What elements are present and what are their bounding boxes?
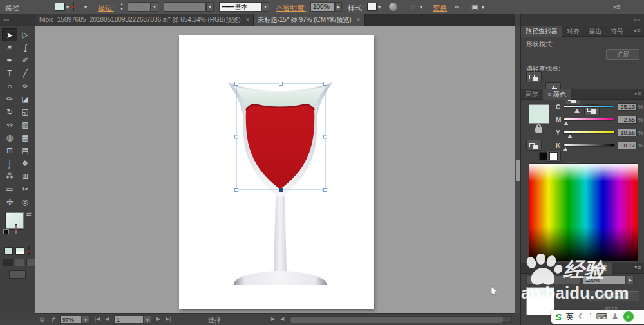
make-mask-button[interactable]: 制作蒙版 xyxy=(589,291,639,301)
punctuation-toggle[interactable]: ’ xyxy=(590,312,592,321)
transparency-opacity-field[interactable]: 100% xyxy=(583,275,625,284)
screen-mode-button[interactable] xyxy=(9,270,26,279)
blend-tool[interactable]: ❖ xyxy=(17,157,33,170)
swap-fill-stroke-icon[interactable]: ⇄ xyxy=(26,211,32,218)
color-spectrum[interactable] xyxy=(529,163,638,261)
opacity-field-arrow[interactable]: ▶ xyxy=(335,2,342,12)
pen-tool[interactable]: ✒ xyxy=(2,54,17,67)
tab-brushes[interactable]: 画笔 xyxy=(521,89,543,100)
artboard-dropdown-arrow[interactable]: ▾ xyxy=(144,315,151,324)
opacity-field[interactable]: 100% xyxy=(310,2,335,12)
sogou-logo-icon[interactable]: S xyxy=(555,311,562,322)
panel-menu-icon[interactable]: ▾≣ xyxy=(634,263,644,270)
transparency-opacity-arrow[interactable]: ▶ xyxy=(627,275,634,284)
opacity-mask-dropdown-icon[interactable]: ▾ xyxy=(420,5,422,10)
brush-dropdown-arrow[interactable]: ▾ xyxy=(261,2,269,12)
eraser-tool[interactable]: ◪ xyxy=(17,93,33,106)
keyboard-icon[interactable]: ⌨ xyxy=(596,312,607,321)
slice-tool[interactable]: ✂ xyxy=(17,183,33,196)
slider-thumb[interactable] xyxy=(564,122,569,125)
ime-settings-icon[interactable]: ⌕ xyxy=(623,311,634,322)
channel-y-slider[interactable] xyxy=(564,131,615,134)
slider-thumb[interactable] xyxy=(574,109,580,113)
document-tab-active[interactable]: 未标题-15* @ 97% (CMYK/预览)× xyxy=(254,14,365,26)
stroke-weight-dropdown[interactable] xyxy=(128,2,151,12)
brush-definition-dropdown[interactable]: —— 基本 xyxy=(219,2,261,12)
arrange-icon[interactable]: ▣ xyxy=(471,3,478,11)
stroke-link[interactable]: 描边: xyxy=(98,3,114,13)
transform-link[interactable]: 变换 xyxy=(433,3,447,13)
stroke-proxy-swatch[interactable] xyxy=(15,225,17,234)
direct-selection-tool[interactable]: ▷ xyxy=(17,28,33,41)
channel-c-value[interactable]: 25.13 xyxy=(618,103,637,111)
symbol-sprayer-tool[interactable]: ⁂ xyxy=(2,170,17,183)
type-tool[interactable]: T xyxy=(2,67,17,80)
export-icon[interactable]: ↱ xyxy=(51,316,56,323)
hscroll-right-arrow[interactable]: ▶ xyxy=(271,316,275,322)
expand-button[interactable]: 扩展 xyxy=(606,49,639,60)
zoom-tool[interactable]: ◎ xyxy=(17,196,33,209)
channel-m-value[interactable]: 2.65 xyxy=(618,116,637,124)
stroke-weight-stepper[interactable]: ▴▾ xyxy=(118,1,125,12)
opacity-link[interactable]: 不透明度: xyxy=(276,3,306,13)
stroke-weight-dropdown-arrow[interactable]: ▾ xyxy=(151,2,158,12)
gradient-tool[interactable]: ▤ xyxy=(17,144,33,157)
prev-page-icon[interactable]: ◀ xyxy=(105,316,109,322)
close-tab-icon[interactable]: × xyxy=(246,16,250,23)
divide-icon[interactable] xyxy=(526,140,542,151)
current-color-swatch[interactable] xyxy=(529,104,549,124)
tab-transparency[interactable]: ○ 透明度 xyxy=(578,263,612,274)
hscroll-left-arrow[interactable]: ◀ xyxy=(280,316,284,322)
panel-menu-icon[interactable]: ▾≣ xyxy=(634,89,644,97)
selection-tool[interactable]: ➤ xyxy=(2,28,17,41)
align-icon[interactable]: ⌖ xyxy=(455,3,459,12)
first-page-icon[interactable]: |◀ xyxy=(95,316,100,322)
horizontal-scrollbar-thumb[interactable] xyxy=(290,317,503,323)
wine-glass-artwork[interactable] xyxy=(179,35,374,309)
draw-normal-icon[interactable] xyxy=(3,259,13,266)
black-swatch[interactable] xyxy=(539,152,547,160)
zoom-level-field[interactable]: 97% xyxy=(60,315,82,324)
slider-thumb[interactable] xyxy=(567,135,573,138)
arrange-dropdown-icon[interactable]: ▾ xyxy=(482,5,484,10)
collapse-tools-icon[interactable]: «« xyxy=(3,17,10,23)
panel-menu-icon[interactable]: ▾≣ xyxy=(634,26,644,33)
width-profile-dropdown-arrow[interactable]: ▾ xyxy=(206,2,214,12)
shape-builder-tool[interactable]: ◍ xyxy=(2,131,17,144)
artboard[interactable] xyxy=(179,35,374,309)
channel-c-slider[interactable] xyxy=(564,105,615,108)
none-mode-icon[interactable] xyxy=(28,246,30,255)
ellipse-tool[interactable]: ○ xyxy=(2,80,17,93)
collapse-dock-icon[interactable]: »» xyxy=(634,17,640,23)
slider-thumb[interactable] xyxy=(563,147,568,151)
color-mode-icon[interactable] xyxy=(4,247,13,255)
stroke-color-swatch[interactable] xyxy=(73,2,74,11)
tools-panel-header[interactable]: «« xyxy=(0,14,35,26)
hand-tool[interactable]: ✣ xyxy=(2,196,17,209)
object-thumbnail[interactable] xyxy=(526,287,554,315)
channel-k-slider[interactable] xyxy=(564,144,615,147)
rotate-tool[interactable]: ↻ xyxy=(2,106,17,118)
channel-k-value[interactable]: 0.17 xyxy=(618,142,637,149)
free-transform-tool[interactable]: ▧ xyxy=(17,118,33,131)
mesh-tool[interactable]: ⊞ xyxy=(2,144,17,157)
perspective-grid-tool[interactable]: ▦ xyxy=(17,131,33,144)
recolor-artwork-icon[interactable] xyxy=(389,3,397,11)
fill-dropdown-icon[interactable]: ▾ xyxy=(66,5,69,10)
channel-y-value[interactable]: 10.56 xyxy=(618,129,637,136)
control-bar-menu-icon[interactable]: ▾≣ xyxy=(613,4,621,10)
scale-tool[interactable]: ◱ xyxy=(17,106,33,118)
width-tool[interactable]: ↭ xyxy=(2,118,17,131)
dock-header[interactable]: »» xyxy=(521,14,644,26)
fill-color-swatch[interactable] xyxy=(55,3,65,11)
horizontal-scrollbar[interactable] xyxy=(289,316,512,323)
draw-behind-icon[interactable] xyxy=(15,259,24,266)
close-tab-icon[interactable]: × xyxy=(357,16,361,23)
default-fill-stroke-icon[interactable] xyxy=(3,229,9,234)
artboard-number-field[interactable]: 1 xyxy=(114,315,144,324)
eyedropper-tool[interactable]: ⌡ xyxy=(2,157,17,170)
blend-mode-dropdown[interactable] xyxy=(526,275,580,284)
stroke-dropdown-icon[interactable]: ▾ xyxy=(84,5,87,10)
ime-language-toggle[interactable]: 英 xyxy=(566,311,574,322)
line-segment-tool[interactable]: ╱ xyxy=(17,67,33,80)
